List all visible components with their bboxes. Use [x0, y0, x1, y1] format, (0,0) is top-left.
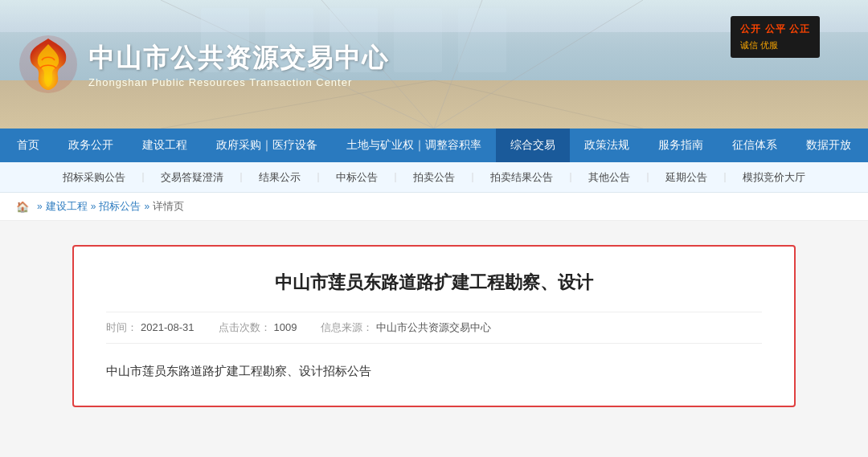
sub-bidding[interactable]: 招标采购公告 [50, 162, 138, 193]
logo-area: 中山市公共资源交易中心 Zhongshan Public Resources T… [16, 32, 389, 96]
breadcrumb: 🏠 » 建设工程 » 招标公告 » 详情页 [0, 193, 868, 221]
nav-policy[interactable]: 政策法规 [570, 129, 644, 162]
nav-land[interactable]: 土地与矿业权｜调整容积率 [332, 129, 496, 162]
svg-rect-9 [394, 8, 442, 72]
sub-simulation[interactable]: 模拟竞价大厅 [730, 162, 818, 193]
nav-credit[interactable]: 征信体系 [718, 129, 792, 162]
nav-government[interactable]: 政务公开 [54, 129, 128, 162]
article-title: 中山市莲员东路道路扩建工程勘察、设计 [106, 271, 762, 296]
logo-en-text: Zhongshan Public Resources Transaction C… [88, 76, 389, 88]
time-label: 时间： [106, 320, 137, 335]
sub-qa[interactable]: 交易答疑澄清 [148, 162, 236, 193]
sub-divider-3: ｜ [313, 170, 323, 184]
breadcrumb-sep-3: » [144, 201, 149, 212]
meta-time: 时间： 2021-08-31 [106, 320, 194, 335]
logo-icon [16, 32, 80, 96]
logo-cn-text: 中山市公共资源交易中心 [88, 41, 389, 76]
sub-divider-4: ｜ [391, 170, 400, 184]
nav-construction[interactable]: 建设工程 [128, 129, 202, 162]
nav-data[interactable]: 数据开放 [792, 129, 866, 162]
breadcrumb-detail: 详情页 [153, 199, 184, 214]
header-banner: 公开 公平 公正 诚信 优服 中山市公共资源交易中心 Zhongshan [0, 0, 868, 129]
clicks-label: 点击次数： [219, 320, 271, 335]
sub-divider-8: ｜ [720, 170, 730, 184]
sub-winning[interactable]: 中标公告 [323, 162, 391, 193]
content-area: 中山市莲员东路道路扩建工程勘察、设计 时间： 2021-08-31 点击次数： … [0, 221, 868, 446]
sub-results[interactable]: 结果公示 [246, 162, 313, 193]
nav-home[interactable]: 首页 [2, 129, 54, 162]
logo-text: 中山市公共资源交易中心 Zhongshan Public Resources T… [88, 41, 389, 88]
sub-divider-5: ｜ [468, 170, 477, 184]
svg-line-5 [434, 80, 643, 129]
article-body: 中山市莲员东路道路扩建工程勘察、设计招标公告 [106, 360, 762, 382]
meta-source: 信息来源： 中山市公共资源交易中心 [321, 320, 491, 335]
svg-rect-10 [458, 8, 506, 72]
breadcrumb-construction[interactable]: 建设工程 [46, 199, 88, 214]
sub-auction[interactable]: 拍卖公告 [400, 162, 468, 193]
breadcrumb-bidding[interactable]: 招标公告 [99, 199, 141, 214]
meta-clicks: 点击次数： 1009 [219, 320, 297, 335]
main-nav: 首页 政务公开 建设工程 政府采购｜医疗设备 土地与矿业权｜调整容积率 综合交易… [0, 129, 868, 162]
sub-delay[interactable]: 延期公告 [653, 162, 720, 193]
sub-nav: 招标采购公告 ｜ 交易答疑澄清 ｜ 结果公示 ｜ 中标公告 ｜ 拍卖公告 ｜ 拍… [0, 162, 868, 193]
time-value: 2021-08-31 [141, 321, 194, 333]
sub-divider-1: ｜ [138, 170, 148, 184]
article-meta: 时间： 2021-08-31 点击次数： 1009 信息来源： 中山市公共资源交… [106, 312, 762, 344]
led-board: 公开 公平 公正 诚信 优服 [731, 16, 820, 58]
source-value: 中山市公共资源交易中心 [376, 320, 491, 335]
sub-divider-6: ｜ [566, 170, 575, 184]
sub-divider-7: ｜ [643, 170, 653, 184]
home-icon[interactable]: 🏠 [16, 201, 29, 213]
clicks-value: 1009 [274, 321, 297, 333]
sub-divider-2: ｜ [236, 170, 246, 184]
nav-exchange[interactable]: 综合交易 [496, 129, 570, 162]
nav-service[interactable]: 服务指南 [644, 129, 718, 162]
nav-procurement[interactable]: 政府采购｜医疗设备 [202, 129, 332, 162]
breadcrumb-sep-2: » [91, 201, 96, 212]
source-label: 信息来源： [321, 320, 373, 335]
article-box: 中山市莲员东路道路扩建工程勘察、设计 时间： 2021-08-31 点击次数： … [72, 245, 796, 407]
sub-auction-result[interactable]: 拍卖结果公告 [477, 162, 566, 193]
sub-other[interactable]: 其他公告 [575, 162, 643, 193]
breadcrumb-sep-1: » [37, 201, 43, 212]
